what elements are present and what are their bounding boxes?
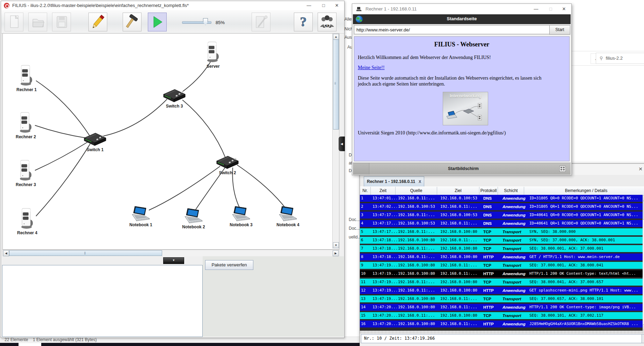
splitter-handle[interactable] [360, 331, 644, 333]
node-label: Notebook 1 [120, 222, 162, 227]
node-label: Notebook 4 [267, 222, 309, 227]
action-mode-button[interactable] [148, 13, 167, 31]
packet-row-14[interactable]: 1413:47:20....192.168.0.100:80192.168.0.… [360, 304, 643, 311]
collapse-panel-button[interactable]: ▼ [163, 257, 184, 264]
close-icon[interactable]: ✕ [635, 165, 644, 173]
column-header-schicht[interactable]: Schicht [498, 187, 524, 195]
zoom-slider-thumb[interactable] [203, 18, 208, 25]
packet-row-16[interactable]: 1613:47:20....192.168.0.100:80192.168.0.… [360, 321, 643, 327]
spinner-up-icon[interactable]: ▲ [642, 334, 644, 338]
scrollbar-thumb[interactable]: ≡≡ [333, 39, 339, 130]
app-grid-icon[interactable] [559, 166, 566, 172]
minimize-button[interactable]: — [530, 5, 542, 14]
open-file-button[interactable] [28, 13, 47, 31]
packet-cell: Transport [501, 245, 528, 252]
close-button[interactable]: ✕ [558, 5, 570, 14]
build-mode-button[interactable] [123, 13, 142, 31]
packet-cell: 15 [360, 312, 371, 319]
packet-cell: 7 [360, 245, 371, 252]
column-header-zeit[interactable]: Zeit [371, 187, 396, 195]
packet-cell: 11 [360, 279, 371, 286]
close-button[interactable]: ✕ [331, 1, 343, 10]
message-log-panel[interactable] [2, 265, 203, 337]
scroll-right-icon[interactable]: ▶ [333, 250, 339, 256]
scroll-down-icon[interactable]: ▼ [333, 242, 339, 248]
packet-cell: 192.168.0.11:... [397, 279, 439, 286]
packet-cell: 192.168.0.11:... [439, 237, 482, 244]
packet-row-4[interactable]: 413:47:17....192.168.0.100:53192.168.0.1… [360, 220, 643, 227]
network-node-switch3[interactable]: Switch 3 [162, 88, 187, 103]
packet-row-1[interactable]: 113:47:01....192.168.0.11:...192.168.0.1… [360, 195, 643, 202]
tab-rechner1[interactable]: Rechner 1 - 192.168.0.11X [364, 176, 424, 186]
discard-packets-button[interactable]: Pakete verwerfen [205, 260, 253, 270]
packet-row-11[interactable]: 1113:47:19....192.168.0.11:...192.168.0.… [360, 279, 643, 286]
packet-row-12[interactable]: 1213:47:19....192.168.0.11:...192.168.0.… [360, 287, 643, 294]
cable-switch3-switch2[interactable] [182, 100, 226, 159]
packet-cell: 192.168.0.11:... [397, 195, 439, 202]
wizard-button[interactable] [252, 13, 270, 31]
network-design-canvas[interactable]: Rechner 1Rechner 2Rechner 3Rechner 4Swit… [2, 33, 339, 250]
explorer-search-input[interactable]: ⚲filius-2.2 [596, 53, 644, 64]
network-node-switch1[interactable]: Switch 1 [83, 132, 107, 147]
maximize-button[interactable]: □ [318, 1, 330, 10]
packet-status-spinner[interactable]: ▲ ▼ [642, 334, 644, 343]
network-node-notebook1[interactable]: Notebook 1 [130, 206, 152, 222]
network-node-notebook4[interactable]: Notebook 4 [277, 206, 299, 222]
packet-row-13[interactable]: 1313:47:19....192.168.0.100:80192.168.0.… [360, 295, 643, 302]
column-header-quelle[interactable]: Quelle [396, 187, 437, 195]
network-node-server[interactable]: Server [203, 41, 223, 63]
filius-logo-icon [4, 3, 9, 8]
network-node-rechner4[interactable]: Rechner 4 [17, 207, 37, 230]
bottom-bar-left-cell [353, 163, 369, 175]
packet-cell: 12 [360, 287, 371, 294]
packet-row-10[interactable]: 1013:47:19....192.168.0.100:80192.168.0.… [360, 270, 643, 277]
scroll-up-icon[interactable]: ▲ [333, 34, 339, 40]
network-node-rechner1[interactable]: Rechner 1 [17, 64, 36, 87]
help-button[interactable]: ? [294, 13, 313, 31]
network-node-rechner2[interactable]: Rechner 2 [16, 111, 36, 134]
about-button[interactable]: i [318, 13, 337, 31]
network-node-rechner3[interactable]: Rechner 3 [16, 159, 36, 182]
minimize-button[interactable]: — [303, 1, 315, 10]
new-file-button[interactable] [5, 13, 23, 31]
packet-row-6[interactable]: 613:47:18....192.168.0.100:80192.168.0.1… [360, 237, 643, 244]
scrollbar-thumb[interactable]: ‖ [9, 250, 162, 256]
packet-row-9[interactable]: 913:47:19....192.168.0.100:80192.168.0.1… [360, 262, 643, 269]
packet-cell: TCP [482, 312, 501, 319]
column-header-nr[interactable]: Nr. [360, 187, 371, 195]
main-title-bar[interactable]: FILIUS - ilius-2.2.0\filius-master-beisp… [1, 1, 344, 10]
packet-row-15[interactable]: 1513:47:20....192.168.0.11:...192.168.0.… [360, 312, 643, 319]
packet-row-5[interactable]: 513:47:17....192.168.0.11:...192.168.0.1… [360, 228, 643, 235]
packet-cell: 5 [360, 228, 371, 235]
packet-table-scrollbar[interactable]: ▲ ▼ [643, 195, 644, 331]
save-file-button[interactable] [52, 13, 71, 31]
home-screen-button[interactable]: Startbildschirm [369, 163, 558, 175]
page-link[interactable]: Meine Seite!! [358, 65, 385, 71]
start-button[interactable]: Start [549, 25, 570, 35]
spinner-down-icon[interactable]: ▼ [642, 338, 644, 342]
cable-rechner4-switch1[interactable] [36, 144, 90, 216]
packet-row-2[interactable]: 213:47:02....192.168.0.100:53192.168.0.1… [360, 203, 643, 210]
design-mode-button[interactable] [88, 13, 107, 31]
canvas-horizontal-scrollbar[interactable]: ◀ ‖ ▶ [2, 250, 339, 257]
network-node-switch2[interactable]: Switch 2 [215, 155, 240, 170]
packet-row-7[interactable]: 713:47:18....192.168.0.11:...192.168.0.1… [360, 245, 643, 252]
maximize-button[interactable]: □ [545, 5, 557, 14]
open-folder-icon [29, 13, 47, 31]
scroll-left-icon[interactable]: ◀ [3, 250, 9, 256]
browser-bottom-bar: Startbildschirm [353, 163, 571, 175]
network-node-notebook3[interactable]: Notebook 3 [230, 206, 252, 222]
url-input[interactable] [354, 25, 550, 34]
packet-row-3[interactable]: 313:47:17....192.168.0.11:...192.168.0.1… [360, 212, 643, 219]
packet-row-8[interactable]: 813:47:18....192.168.0.11:...192.168.0.1… [360, 253, 643, 260]
column-header-details[interactable]: Bemerkungen / Details [524, 187, 644, 195]
network-node-notebook2[interactable]: Notebook 2 [183, 208, 204, 224]
browser-title-bar[interactable]: Rechner 1 - 192.168.0.11 — □ ✕ [352, 4, 571, 14]
cable-rechner3-switch1[interactable] [35, 142, 88, 170]
column-header-ziel[interactable]: Ziel [437, 187, 479, 195]
tab-close-icon[interactable]: X [419, 179, 421, 184]
column-header-protokoll[interactable]: Protokoll [479, 187, 498, 195]
side-panel-toggle[interactable]: ◀ [339, 137, 345, 151]
packet-cell: TCP [482, 237, 501, 244]
canvas-vertical-scrollbar[interactable]: ▲ ≡≡ ▼ [332, 34, 339, 249]
